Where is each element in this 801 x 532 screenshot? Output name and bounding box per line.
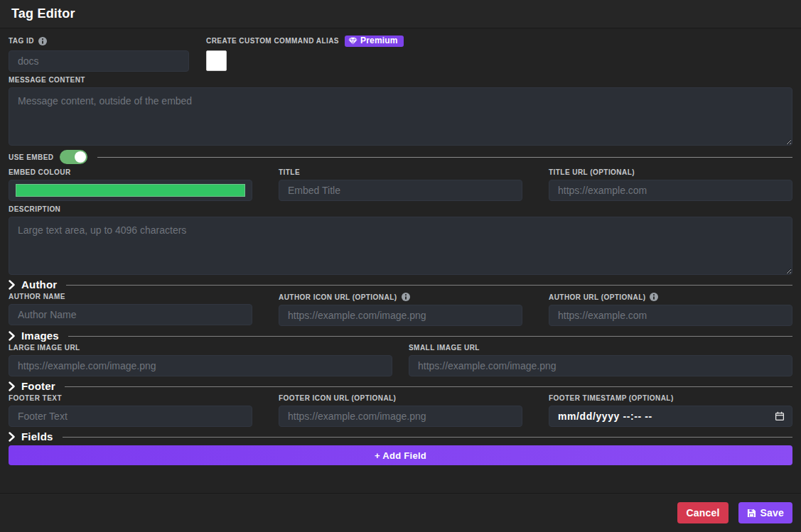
tag-id-group: TAG ID (9, 34, 189, 72)
info-icon[interactable] (38, 37, 47, 45)
chevron-right-icon (9, 280, 15, 290)
title-url-group: TITLE URL (OPTIONAL) (549, 168, 792, 201)
divider (68, 336, 792, 337)
author-icon-url-group: AUTHOR ICON URL (OPTIONAL) (279, 293, 522, 326)
embed-title-input[interactable] (279, 180, 522, 201)
footer-icon-url-group: FOOTER ICON URL (OPTIONAL) (279, 394, 522, 427)
embed-header-row: EMBED COLOUR TITLE TITLE URL (OPTIONAL) (9, 168, 792, 201)
alias-checkbox[interactable] (206, 50, 227, 71)
fields-section-title: Fields (21, 431, 53, 443)
chevron-right-icon (9, 381, 15, 391)
author-url-input[interactable] (549, 305, 792, 326)
info-icon[interactable] (402, 293, 410, 301)
toggle-knob-icon (75, 151, 86, 163)
page-header: Tag Editor (0, 0, 801, 28)
images-section-title: Images (21, 330, 59, 342)
embed-colour-group: EMBED COLOUR (9, 168, 252, 201)
action-bar: Cancel Save (0, 493, 801, 532)
footer-timestamp-input[interactable]: mm/dd/yyyy --:-- -- (549, 406, 792, 427)
footer-text-label: FOOTER TEXT (9, 394, 252, 402)
author-row: AUTHOR NAME AUTHOR ICON URL (OPTIONAL) (9, 293, 792, 326)
alias-label: CREATE CUSTOM COMMAND ALIAS Premium (206, 34, 404, 48)
divider (66, 285, 792, 286)
tag-id-label: TAG ID (9, 34, 189, 48)
footer-section-title: Footer (21, 381, 55, 392)
info-icon[interactable] (650, 293, 658, 301)
message-content-label: MESSAGE CONTENT (9, 76, 792, 84)
cancel-button[interactable]: Cancel (677, 502, 728, 523)
alias-group: CREATE CUSTOM COMMAND ALIAS Premium (206, 34, 404, 72)
author-section-header[interactable]: Author (9, 279, 792, 291)
save-floppy-icon (747, 509, 756, 518)
gem-icon (348, 37, 358, 45)
use-embed-row: USE EMBED (9, 150, 792, 164)
embed-title-group: TITLE (279, 168, 522, 201)
footer-icon-url-input[interactable] (279, 406, 522, 427)
title-url-input[interactable] (549, 180, 792, 201)
description-textarea[interactable] (9, 217, 792, 275)
small-image-label: SMALL IMAGE URL (409, 344, 792, 352)
footer-section-header[interactable]: Footer (9, 381, 792, 392)
page-title: Tag Editor (11, 6, 75, 21)
colour-swatch (16, 184, 245, 197)
footer-text-group: FOOTER TEXT (9, 394, 252, 427)
use-embed-toggle[interactable] (60, 150, 87, 164)
footer-timestamp-label: FOOTER TIMESTAMP (OPTIONAL) (549, 394, 792, 402)
add-field-button[interactable]: + Add Field (9, 445, 792, 465)
chevron-right-icon (9, 432, 15, 442)
save-button-label: Save (760, 507, 785, 519)
footer-icon-url-label: FOOTER ICON URL (OPTIONAL) (279, 394, 522, 402)
footer-text-input[interactable] (9, 406, 252, 427)
divider (65, 386, 792, 387)
author-url-group: AUTHOR URL (OPTIONAL) (549, 293, 792, 326)
large-image-group: LARGE IMAGE URL (9, 344, 392, 376)
top-row: TAG ID CREATE CUSTOM COMMAND ALIAS (9, 34, 792, 72)
embed-colour-input[interactable] (9, 180, 252, 201)
datetime-value: mm/dd/yyyy --:-- -- (558, 411, 652, 422)
tag-editor-window: Tag Editor TAG ID CREATE CUSTOM COMMAND … (0, 0, 801, 532)
author-url-label: AUTHOR URL (OPTIONAL) (549, 293, 792, 301)
author-name-label: AUTHOR NAME (9, 293, 252, 300)
author-name-group: AUTHOR NAME (9, 293, 252, 326)
images-section-header[interactable]: Images (9, 330, 792, 342)
embed-colour-label: EMBED COLOUR (9, 168, 252, 176)
author-name-input[interactable] (9, 304, 252, 325)
embed-title-label: TITLE (279, 168, 522, 176)
footer-timestamp-group: FOOTER TIMESTAMP (OPTIONAL) mm/dd/yyyy -… (549, 394, 792, 427)
use-embed-label: USE EMBED (9, 153, 54, 161)
author-icon-url-label: AUTHOR ICON URL (OPTIONAL) (279, 293, 522, 301)
small-image-group: SMALL IMAGE URL (409, 344, 792, 376)
divider (97, 157, 792, 158)
description-group: DESCRIPTION (9, 205, 792, 275)
tag-editor-form: TAG ID CREATE CUSTOM COMMAND ALIAS (0, 28, 801, 493)
premium-badge: Premium (345, 36, 404, 47)
fields-section-header[interactable]: Fields (9, 431, 792, 443)
message-content-textarea[interactable] (9, 87, 792, 146)
save-button[interactable]: Save (738, 502, 793, 523)
author-section-title: Author (21, 279, 57, 291)
footer-row: FOOTER TEXT FOOTER ICON URL (OPTIONAL) F… (9, 394, 792, 427)
small-image-input[interactable] (409, 355, 792, 376)
title-url-label: TITLE URL (OPTIONAL) (549, 168, 792, 176)
divider (63, 437, 792, 438)
large-image-input[interactable] (9, 355, 392, 376)
author-icon-url-input[interactable] (279, 305, 522, 326)
tag-id-input[interactable] (9, 50, 189, 72)
chevron-right-icon (9, 331, 15, 341)
large-image-label: LARGE IMAGE URL (9, 344, 392, 352)
images-row: LARGE IMAGE URL SMALL IMAGE URL (9, 344, 792, 376)
description-label: DESCRIPTION (9, 205, 792, 213)
calendar-icon[interactable] (775, 411, 785, 421)
message-content-group: MESSAGE CONTENT (9, 76, 792, 146)
